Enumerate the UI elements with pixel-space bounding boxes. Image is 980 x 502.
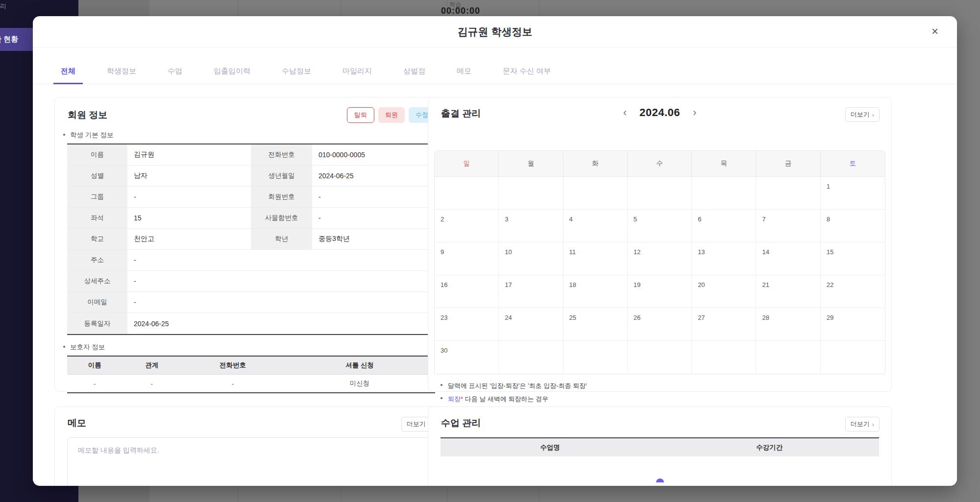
member-info-title: 회원 정보: [68, 109, 107, 121]
field-label: 생년월일: [251, 166, 312, 187]
field-label: 사물함번호: [251, 208, 312, 229]
calendar-day-cell: [692, 341, 756, 374]
calendar-day-cell: 23: [435, 308, 499, 341]
field-label: 학교: [67, 229, 127, 250]
calendar-day-cell: [756, 341, 820, 374]
calendar-day-cell: 5: [628, 210, 692, 242]
calendar-day-cell: 7: [756, 210, 820, 242]
memo-card: 메모 더보기 ›: [54, 406, 448, 486]
guardian-header: 이름: [67, 357, 122, 375]
tab-class[interactable]: 수업: [160, 67, 190, 84]
memo-title: 메모: [68, 417, 86, 430]
calendar-day-cell: 2: [435, 210, 499, 242]
calendar-day-cell: 14: [756, 242, 820, 275]
calendar-day-cell: 1: [821, 177, 885, 210]
attendance-calendar: 일 월 화 수 목 금 토 1 2 3 4 5 6 7: [434, 150, 885, 374]
field-value: -: [312, 187, 435, 208]
calendar-day-cell: 22: [821, 275, 885, 308]
field-value: 중등3학년: [312, 229, 435, 250]
calendar-day-cell: 3: [499, 210, 563, 242]
field-value: 15: [127, 208, 251, 229]
calendar-day-cell: 9: [435, 242, 499, 275]
calendar-day-cell: [499, 341, 563, 374]
close-icon[interactable]: ×: [927, 23, 943, 40]
calendar-day-cell: 12: [628, 242, 692, 275]
calendar-day-cell: 28: [756, 308, 820, 341]
calendar-day-cell: 8: [821, 210, 885, 242]
background-timer-value: 00:00:00: [441, 6, 480, 16]
day-header-sun: 일: [435, 151, 499, 176]
guardian-header: 전화번호: [181, 357, 284, 375]
calendar-day-cell: [499, 177, 563, 210]
guardian-section-label: 보호자 정보: [70, 343, 447, 352]
guardian-info-table: 이름 관계 전화번호 셔틀 신청 - - - 미신청: [67, 356, 435, 393]
calendar-grid: 1 2 3 4 5 6 7 8 9 10 11 12 13 14 15 16 1…: [435, 177, 885, 374]
tab-sms[interactable]: 문자 수신 여부: [495, 67, 558, 84]
calendar-day-cell: [628, 177, 692, 210]
field-value: 2024-06-25: [312, 166, 435, 187]
memo-input[interactable]: [67, 437, 436, 486]
calendar-day-cell: [756, 177, 820, 210]
note-line: 달력에 표시된 '입장-퇴장'은 '최초 입장-최종 퇴장': [448, 382, 891, 390]
field-value: -: [127, 271, 435, 292]
calendar-day-cell: 15: [821, 242, 885, 275]
field-value: 김규원: [127, 144, 251, 166]
loading-spinner-icon: [656, 478, 664, 482]
field-label: 주소: [67, 250, 127, 271]
field-value: 2024-06-25: [127, 313, 435, 334]
student-info-modal: 김규원 학생정보 × 전체 학생정보 수업 입출입이력 수납정보 마일리지 상벌…: [33, 16, 957, 486]
calendar-day-cell: 4: [564, 210, 628, 242]
field-label: 그룹: [67, 187, 127, 208]
calendar-day-cell: 21: [756, 275, 820, 308]
tab-memo[interactable]: 메모: [449, 67, 479, 84]
calendar-day-cell: 27: [692, 308, 756, 341]
day-header-tue: 화: [564, 151, 628, 176]
field-label: 회원번호: [251, 187, 312, 208]
field-label: 등록일자: [67, 313, 127, 334]
calendar-day-cell: [628, 341, 692, 374]
attendance-more-button[interactable]: 더보기 ›: [845, 107, 880, 122]
class-management-card: 수업 관리 더보기 › 수업명 수강기간: [428, 406, 892, 486]
field-value: 010-0000-0005: [312, 144, 435, 166]
note-line: 퇴장* 다음 날 새벽에 퇴장하는 경우: [448, 395, 891, 404]
class-table: 수업명 수강기간: [441, 437, 879, 456]
calendar-day-cell: [564, 177, 628, 210]
guardian-value: 미신청: [284, 375, 435, 392]
tab-all[interactable]: 전체: [53, 67, 83, 84]
prev-month-icon[interactable]: ‹: [623, 107, 627, 118]
attendance-card: 출결 관리 ‹ 2024.06 › 더보기 › 일 월 화 수 목 금 토: [428, 97, 892, 392]
tab-payment[interactable]: 수납정보: [274, 67, 318, 84]
chevron-right-icon: ›: [872, 111, 874, 119]
chevron-right-icon: ›: [872, 421, 874, 428]
day-header-mon: 월: [499, 151, 563, 176]
calendar-day-cell: 19: [628, 275, 692, 308]
field-label: 전화번호: [251, 144, 312, 166]
tab-mileage[interactable]: 마일리지: [335, 67, 379, 84]
withdraw-button[interactable]: 탈퇴: [347, 107, 374, 123]
calendar-day-cell: 30: [435, 341, 499, 374]
student-basic-info-table: 이름 김규원 전화번호 010-0000-0005 성별 남자 생년월일 202…: [67, 143, 435, 335]
calendar-day-cell: 26: [628, 308, 692, 341]
calendar-day-cell: [692, 177, 756, 210]
calendar-day-cell: [435, 177, 499, 210]
calendar-month-label: 2024.06: [639, 106, 680, 119]
calendar-day-headers: 일 월 화 수 목 금 토: [435, 151, 885, 177]
calendar-day-cell: 17: [499, 275, 563, 308]
modal-header: 김규원 학생정보 ×: [33, 16, 957, 48]
next-month-icon[interactable]: ›: [693, 107, 696, 118]
tab-bar: 전체 학생정보 수업 입출입이력 수납정보 마일리지 상벌점 메모 문자 수신 …: [33, 48, 957, 84]
calendar-day-cell: 6: [692, 210, 756, 242]
guardian-header: 셔틀 신청: [284, 357, 435, 375]
field-value: 남자: [127, 166, 251, 187]
tab-entry-history[interactable]: 입출입이력: [206, 67, 258, 84]
class-table-header-period: 수강기간: [660, 438, 880, 456]
field-value: -: [127, 187, 251, 208]
tab-student-info[interactable]: 학생정보: [99, 67, 144, 84]
class-more-button[interactable]: 더보기 ›: [845, 417, 880, 431]
day-header-sat: 토: [821, 151, 885, 176]
leave-button[interactable]: 퇴원: [378, 107, 405, 123]
field-label: 성별: [67, 166, 127, 187]
tab-points[interactable]: 상벌점: [396, 67, 433, 84]
class-table-header-name: 수업명: [441, 438, 660, 456]
attendance-notes: 달력에 표시된 '입장-퇴장'은 '최초 입장-최종 퇴장' 퇴장* 다음 날 …: [448, 382, 891, 404]
